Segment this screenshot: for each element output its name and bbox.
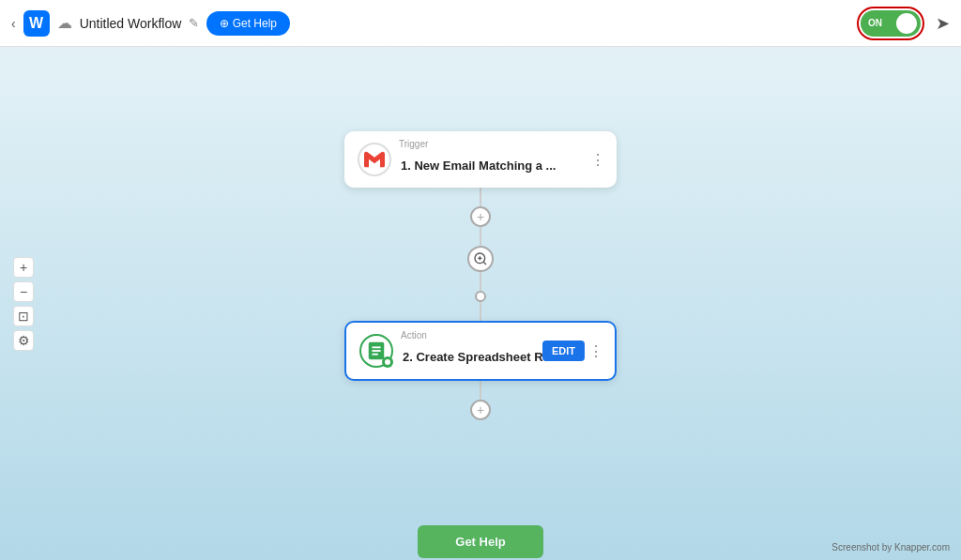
toggle-label: ON [868,18,882,28]
svg-rect-6 [372,350,380,352]
trigger-menu-icon[interactable]: ⋮ [590,151,605,169]
gmail-icon [358,143,391,176]
trigger-label: Trigger [399,139,428,149]
connector-line-2 [480,227,481,246]
svg-rect-7 [372,354,377,356]
connector-line-5 [480,381,481,400]
zoom-controls: + − ⊡ ⚙ [13,257,34,351]
get-help-button[interactable]: ⊕ Get Help [206,11,290,36]
share-icon[interactable]: ➤ [936,13,950,34]
edit-button[interactable]: EDIT [542,341,585,361]
action-label: Action [401,330,427,341]
bottom-bar: Get Help [0,522,961,560]
w-logo[interactable]: W [23,10,50,37]
on-off-toggle[interactable]: ON [861,10,921,37]
toggle-container: ON [857,7,924,40]
workflow-canvas: + − ⊡ ⚙ Trigger 1. New Email Matching a … [0,47,961,560]
workflow-area: Trigger 1. New Email Matching a ... ⋮ + [344,131,617,420]
edit-icon[interactable]: ✎ [189,16,199,30]
add-step-button-2[interactable]: + [470,400,491,420]
watermark: Screenshot by Knapper.com [831,542,950,552]
sheets-icon [359,334,393,368]
action-title: 2. Create Spreadsheet Ro... [403,350,560,364]
zoom-in-button[interactable]: + [13,257,34,278]
transform-button[interactable] [467,246,494,272]
svg-line-1 [483,262,486,265]
back-button[interactable]: ‹ [11,16,16,31]
test-button[interactable]: Get Help [418,525,542,558]
connector-line-4 [480,302,481,321]
connector-circle [475,291,486,302]
connector-2: + [470,381,491,420]
cloud-icon: ☁ [57,14,72,32]
connector-line-1 [480,188,481,206]
fit-button[interactable]: ⊡ [13,306,34,326]
header-right: ON ➤ [857,7,950,40]
settings-button[interactable]: ⚙ [13,330,34,351]
trigger-node[interactable]: Trigger 1. New Email Matching a ... ⋮ [344,131,617,188]
svg-point-8 [385,359,390,365]
sheets-badge [382,356,393,368]
action-node[interactable]: Action 2. Create Spreadsheet Ro... EDIT … [344,321,617,381]
toggle-knob [896,13,917,34]
header: ‹ W ☁ Untitled Workflow ✎ ⊕ Get Help ON … [0,0,961,47]
zoom-out-button[interactable]: − [13,281,34,302]
connector-1: + [467,188,494,321]
connector-line-3 [480,272,481,291]
workflow-title: Untitled Workflow [80,16,182,31]
trigger-title: 1. New Email Matching a ... [401,159,556,173]
add-step-button-1[interactable]: + [470,206,491,227]
svg-rect-5 [372,346,380,348]
action-menu-icon[interactable]: ⋮ [588,342,603,360]
header-left: ‹ W ☁ Untitled Workflow ✎ ⊕ Get Help [11,10,857,37]
